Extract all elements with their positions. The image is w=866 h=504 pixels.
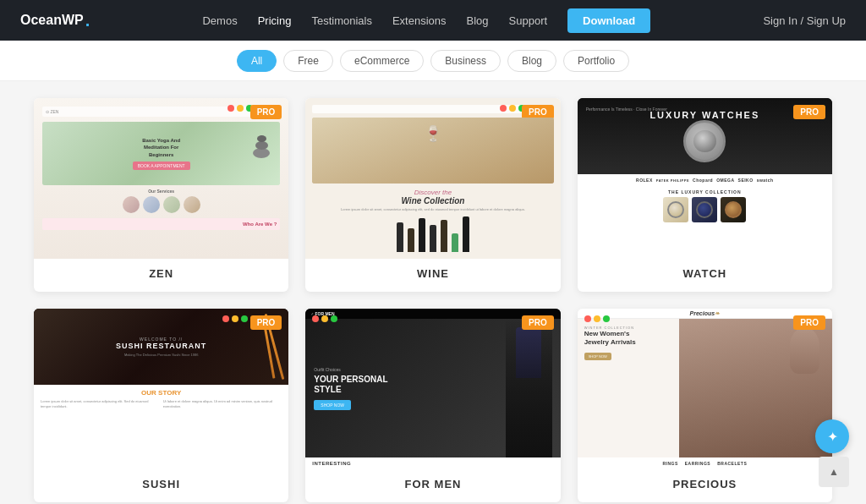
filter-portfolio[interactable]: Portfolio — [563, 50, 629, 72]
bottle-1 — [397, 222, 403, 252]
bottle-2 — [408, 228, 414, 252]
sushi-col-1: Lorem ipsum dolor sit amet, consectetur … — [41, 399, 160, 408]
dot-red — [227, 105, 234, 112]
dot-green — [241, 315, 248, 322]
logo-dot: . — [85, 11, 90, 30]
filter-all[interactable]: All — [237, 50, 277, 72]
nav-support[interactable]: Support — [509, 14, 548, 27]
pro-badge-zen: PRO — [250, 105, 282, 119]
demo-card-zen[interactable]: PRO ⊙ ZEN Basic Yoga AndMeditation ForBe… — [34, 98, 288, 292]
dot-red — [500, 105, 507, 112]
bottle-5 — [441, 220, 447, 252]
men-interesting-title: INTERESTING — [312, 461, 553, 466]
zen-cta-btn: BOOK A APPOINTMENT — [133, 162, 190, 170]
men-cta: SHOP NOW — [314, 400, 351, 410]
watch-hero-image — [683, 120, 726, 162]
precious-photo — [679, 319, 832, 457]
precious-cta: SHOP NOW — [584, 353, 611, 360]
filter-business[interactable]: Business — [430, 50, 501, 72]
wine-title-area: Discover the Wine Collection Lorem ipsum… — [341, 189, 525, 212]
chat-widget[interactable]: ✦ — [815, 419, 849, 453]
wine-bottles — [397, 216, 469, 252]
demo-card-watch[interactable]: PRO Performance Is Timeless · Close In F… — [578, 98, 832, 292]
zen-thumbnail: PRO ⊙ ZEN Basic Yoga AndMeditation ForBe… — [34, 98, 288, 259]
demo-card-sushi[interactable]: PRO WELCOME TO // SUSHI RESTAURANT Makin… — [34, 309, 288, 502]
sushi-thumbnail: PRO WELCOME TO // SUSHI RESTAURANT Makin… — [34, 309, 288, 469]
brand-swatch: swatch — [757, 178, 774, 183]
watch-brands-bar: ROLEX PATEK PHILIPPE Chopard OMEGA SEIKO… — [578, 174, 832, 186]
zen-card-info: ZEN — [34, 259, 288, 292]
watch-face-2 — [696, 201, 713, 218]
dot-green — [331, 315, 337, 322]
cat-bracelets: BRACELETS — [717, 461, 747, 466]
nav-testimonials[interactable]: Testimonials — [311, 14, 372, 27]
dot-yellow — [237, 105, 244, 112]
nav-demos[interactable]: Demos — [202, 14, 237, 27]
men-card-info: FOR MEN — [305, 469, 560, 502]
sushi-text-area: WELCOME TO // SUSHI RESTAURANT Making Th… — [116, 337, 206, 357]
precious-hero: WINTER COLLECTION New Women'sJewelry Arr… — [578, 319, 832, 457]
filter-free[interactable]: Free — [283, 50, 333, 72]
precious-title: PRECIOUS — [589, 478, 820, 490]
sushi-tagline: Making The Delicious Premium Sushi Since… — [116, 353, 206, 357]
bottle-6 — [452, 233, 458, 252]
demo-card-precious[interactable]: PRO Precious❧ WINTER COLLECTION New Wome… — [578, 309, 832, 502]
nav-pricing[interactable]: Pricing — [258, 14, 292, 27]
men-person — [506, 319, 552, 457]
sushi-card-info: SUSHI — [34, 469, 288, 502]
site-logo[interactable]: OceanWP. — [20, 11, 90, 30]
wine-body: Lorem ipsum dolor sit amet, consectetur … — [341, 207, 525, 212]
scroll-to-top-button[interactable]: ▲ — [819, 457, 849, 487]
precious-model — [790, 327, 819, 374]
pro-badge-watch: PRO — [793, 105, 825, 119]
chat-icon: ✦ — [827, 429, 838, 445]
bottle-7 — [463, 216, 469, 252]
nav-extensions[interactable]: Extensions — [392, 14, 447, 27]
brand-patek: PATEK PHILIPPE — [656, 178, 689, 183]
zen-circle-stretching — [143, 196, 160, 213]
sushi-col-2: Ut labore et dolore magna aliqua. Ut eni… — [163, 399, 282, 408]
dot-yellow — [321, 315, 328, 322]
logo-text: OceanWP — [20, 13, 84, 28]
brand-chopard: Chopard — [693, 178, 713, 183]
main-header: OceanWP. Demos Pricing Testimonials Exte… — [0, 0, 866, 41]
zen-who-text: Who Are We ? — [42, 218, 280, 230]
zen-title: ZEN — [46, 267, 277, 280]
sushi-name: SUSHI RESTAURANT — [116, 342, 206, 351]
nav-blog[interactable]: Blog — [467, 14, 489, 27]
filter-blog[interactable]: Blog — [507, 50, 556, 72]
watch-title: WATCH — [589, 267, 820, 280]
traffic-lights-zen — [227, 105, 253, 112]
watch-item-3 — [721, 197, 746, 222]
men-suit — [516, 327, 541, 378]
pro-badge-precious: PRO — [793, 315, 825, 330]
wine-glasses-icon: 🍷 — [424, 124, 442, 143]
precious-categories: RINGS EARRINGS BRACELETS — [578, 457, 832, 469]
wine-hero: 🍷 — [312, 118, 553, 184]
watch-card-info: WATCH — [578, 259, 832, 292]
demos-grid: PRO ⊙ ZEN Basic Yoga AndMeditation ForBe… — [34, 98, 832, 502]
sushi-story-heading: OUR STORY — [41, 389, 282, 397]
main-nav: Demos Pricing Testimonials Extensions Bl… — [202, 8, 650, 33]
zen-services-heading: Our Services — [148, 189, 174, 194]
filter-ecommerce[interactable]: eCommerce — [340, 50, 424, 72]
sushi-info: OUR STORY Lorem ipsum dolor sit amet, co… — [34, 385, 288, 469]
auth-link[interactable]: Sign In / Sign Up — [763, 14, 846, 27]
precious-thumbnail: PRO Precious❧ WINTER COLLECTION New Wome… — [578, 309, 832, 469]
zen-logo: ⊙ ZEN — [46, 109, 58, 114]
wine-script: Discover the — [341, 189, 525, 196]
zen-circle-yoga — [123, 196, 140, 213]
watch-face-3 — [725, 201, 742, 218]
precious-text-area: WINTER COLLECTION New Women'sJewelry Arr… — [584, 326, 636, 361]
demo-card-wine[interactable]: PRO 🍷 Discover the Wine Collection Lorem… — [305, 98, 560, 292]
zen-circles — [123, 196, 200, 213]
watch-coll-title: THE LUXURY COLLECTION — [584, 189, 825, 194]
dot-green — [603, 315, 610, 322]
demo-card-for-men[interactable]: PRO ♂ FOR MEN Outfit Choices YOUR PERSON… — [305, 309, 560, 502]
dot-red — [312, 315, 319, 322]
download-button[interactable]: Download — [567, 8, 650, 33]
bottle-3 — [419, 218, 425, 252]
zen-stones — [249, 129, 273, 158]
sushi-col-1-text: Lorem ipsum dolor sit amet, consectetur … — [41, 399, 160, 408]
sushi-columns: Lorem ipsum dolor sit amet, consectetur … — [41, 399, 282, 408]
